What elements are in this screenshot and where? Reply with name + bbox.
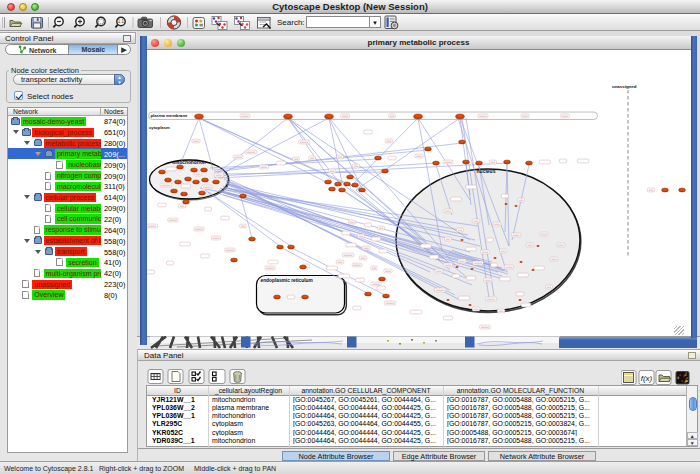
svg-text:unassigned: unassigned [612, 84, 637, 89]
svg-text:cytoplasm: cytoplasm [149, 125, 170, 130]
svg-text:endoplasmic reticulum: endoplasmic reticulum [260, 278, 312, 283]
svg-text:nucleus: nucleus [476, 168, 495, 174]
svg-text:1:1: 1:1 [118, 19, 125, 24]
svg-text:mitochondrion: mitochondrion [172, 160, 206, 165]
svg-text:f(x): f(x) [641, 374, 653, 383]
svg-text:plasma membrane: plasma membrane [150, 113, 187, 118]
